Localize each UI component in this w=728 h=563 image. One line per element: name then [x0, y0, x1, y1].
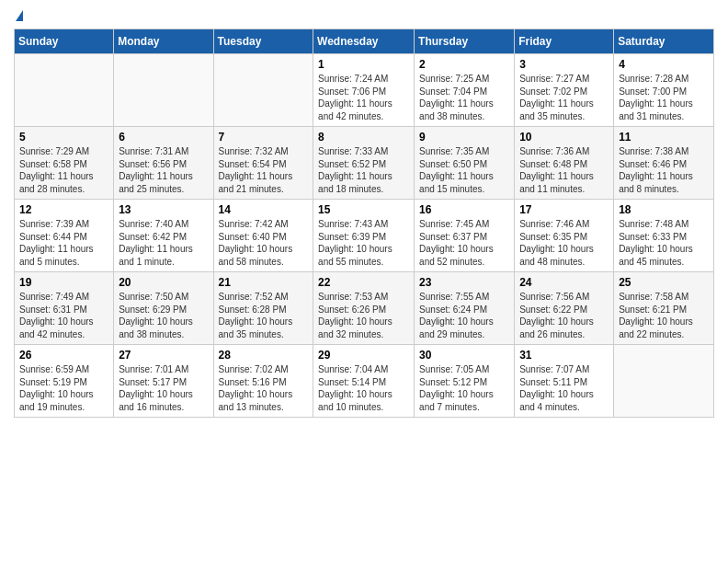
calendar-cell: 2Sunrise: 7:25 AM Sunset: 7:04 PM Daylig…: [415, 54, 515, 127]
day-info: Sunrise: 7:52 AM Sunset: 6:28 PM Dayligh…: [219, 291, 309, 340]
day-number: 2: [419, 58, 509, 71]
day-info: Sunrise: 7:56 AM Sunset: 6:22 PM Dayligh…: [519, 291, 609, 340]
calendar-table: SundayMondayTuesdayWednesdayThursdayFrid…: [14, 29, 714, 418]
calendar-cell: 27Sunrise: 7:01 AM Sunset: 5:17 PM Dayli…: [114, 345, 213, 418]
calendar-cell: 4Sunrise: 7:28 AM Sunset: 7:00 PM Daylig…: [614, 54, 714, 127]
day-info: Sunrise: 7:35 AM Sunset: 6:50 PM Dayligh…: [419, 145, 509, 195]
day-number: 30: [419, 349, 509, 362]
day-number: 13: [119, 203, 208, 216]
day-info: Sunrise: 7:33 AM Sunset: 6:52 PM Dayligh…: [318, 145, 409, 195]
day-info: Sunrise: 7:40 AM Sunset: 6:42 PM Dayligh…: [119, 218, 208, 268]
day-number: 23: [419, 276, 509, 289]
day-number: 20: [119, 276, 208, 289]
day-info: Sunrise: 7:42 AM Sunset: 6:40 PM Dayligh…: [219, 218, 309, 268]
calendar-cell: 30Sunrise: 7:05 AM Sunset: 5:12 PM Dayli…: [415, 345, 515, 418]
day-number: 22: [318, 276, 409, 289]
day-number: 4: [619, 58, 709, 71]
day-info: Sunrise: 7:48 AM Sunset: 6:33 PM Dayligh…: [619, 218, 709, 268]
calendar-cell: 8Sunrise: 7:33 AM Sunset: 6:52 PM Daylig…: [313, 127, 415, 200]
day-number: 21: [219, 276, 309, 289]
calendar-cell: 25Sunrise: 7:58 AM Sunset: 6:21 PM Dayli…: [614, 272, 714, 345]
calendar-week-4: 19Sunrise: 7:49 AM Sunset: 6:31 PM Dayli…: [15, 272, 714, 345]
day-info: Sunrise: 7:01 AM Sunset: 5:17 PM Dayligh…: [119, 363, 208, 413]
day-number: 14: [219, 203, 309, 216]
calendar-cell: 16Sunrise: 7:45 AM Sunset: 6:37 PM Dayli…: [415, 200, 515, 272]
calendar-cell: [114, 54, 213, 127]
calendar-cell: 6Sunrise: 7:31 AM Sunset: 6:56 PM Daylig…: [114, 127, 213, 200]
day-number: 25: [619, 276, 709, 289]
calendar-cell: 1Sunrise: 7:24 AM Sunset: 7:06 PM Daylig…: [313, 54, 415, 127]
calendar-cell: 31Sunrise: 7:07 AM Sunset: 5:11 PM Dayli…: [515, 345, 614, 418]
calendar-cell: 19Sunrise: 7:49 AM Sunset: 6:31 PM Dayli…: [15, 272, 114, 345]
day-number: 12: [19, 203, 108, 216]
calendar-cell: 7Sunrise: 7:32 AM Sunset: 6:54 PM Daylig…: [213, 127, 313, 200]
calendar-week-1: 1Sunrise: 7:24 AM Sunset: 7:06 PM Daylig…: [15, 54, 714, 127]
calendar-week-5: 26Sunrise: 6:59 AM Sunset: 5:19 PM Dayli…: [15, 345, 714, 418]
logo: [14, 14, 23, 21]
calendar-cell: 26Sunrise: 6:59 AM Sunset: 5:19 PM Dayli…: [15, 345, 114, 418]
weekday-header-row: SundayMondayTuesdayWednesdayThursdayFrid…: [15, 29, 714, 54]
calendar-cell: [614, 345, 714, 418]
day-info: Sunrise: 7:32 AM Sunset: 6:54 PM Dayligh…: [219, 145, 309, 195]
day-info: Sunrise: 7:31 AM Sunset: 6:56 PM Dayligh…: [119, 145, 208, 195]
day-number: 24: [519, 276, 609, 289]
day-info: Sunrise: 7:04 AM Sunset: 5:14 PM Dayligh…: [318, 363, 409, 413]
day-info: Sunrise: 7:38 AM Sunset: 6:46 PM Dayligh…: [619, 145, 709, 195]
day-info: Sunrise: 7:07 AM Sunset: 5:11 PM Dayligh…: [519, 363, 609, 413]
day-number: 8: [318, 131, 409, 144]
calendar-cell: 21Sunrise: 7:52 AM Sunset: 6:28 PM Dayli…: [213, 272, 313, 345]
calendar-cell: 15Sunrise: 7:43 AM Sunset: 6:39 PM Dayli…: [313, 200, 415, 272]
page-header: [14, 14, 714, 21]
day-info: Sunrise: 7:50 AM Sunset: 6:29 PM Dayligh…: [119, 291, 208, 340]
day-info: Sunrise: 7:49 AM Sunset: 6:31 PM Dayligh…: [19, 291, 108, 340]
day-info: Sunrise: 7:24 AM Sunset: 7:06 PM Dayligh…: [318, 73, 409, 122]
weekday-header-friday: Friday: [515, 29, 614, 54]
calendar-cell: 11Sunrise: 7:38 AM Sunset: 6:46 PM Dayli…: [614, 127, 714, 200]
day-info: Sunrise: 7:55 AM Sunset: 6:24 PM Dayligh…: [419, 291, 509, 340]
calendar-cell: 28Sunrise: 7:02 AM Sunset: 5:16 PM Dayli…: [213, 345, 313, 418]
day-number: 17: [519, 203, 609, 216]
calendar-week-3: 12Sunrise: 7:39 AM Sunset: 6:44 PM Dayli…: [15, 200, 714, 272]
day-number: 6: [119, 131, 208, 144]
calendar-week-2: 5Sunrise: 7:29 AM Sunset: 6:58 PM Daylig…: [15, 127, 714, 200]
calendar-cell: 18Sunrise: 7:48 AM Sunset: 6:33 PM Dayli…: [614, 200, 714, 272]
day-info: Sunrise: 7:28 AM Sunset: 7:00 PM Dayligh…: [619, 73, 709, 122]
day-number: 10: [519, 131, 609, 144]
day-info: Sunrise: 7:27 AM Sunset: 7:02 PM Dayligh…: [519, 73, 609, 122]
day-number: 11: [619, 131, 709, 144]
day-number: 9: [419, 131, 509, 144]
weekday-header-saturday: Saturday: [614, 29, 714, 54]
calendar-cell: 24Sunrise: 7:56 AM Sunset: 6:22 PM Dayli…: [515, 272, 614, 345]
calendar-cell: 17Sunrise: 7:46 AM Sunset: 6:35 PM Dayli…: [515, 200, 614, 272]
day-number: 7: [219, 131, 309, 144]
day-info: Sunrise: 7:25 AM Sunset: 7:04 PM Dayligh…: [419, 73, 509, 122]
calendar-cell: [213, 54, 313, 127]
weekday-header-tuesday: Tuesday: [213, 29, 313, 54]
day-number: 31: [519, 349, 609, 362]
day-number: 27: [119, 349, 208, 362]
day-info: Sunrise: 7:58 AM Sunset: 6:21 PM Dayligh…: [619, 291, 709, 340]
day-number: 16: [419, 203, 509, 216]
day-info: Sunrise: 7:02 AM Sunset: 5:16 PM Dayligh…: [219, 363, 309, 413]
calendar-cell: 14Sunrise: 7:42 AM Sunset: 6:40 PM Dayli…: [213, 200, 313, 272]
day-number: 3: [519, 58, 609, 71]
calendar-cell: 22Sunrise: 7:53 AM Sunset: 6:26 PM Dayli…: [313, 272, 415, 345]
day-info: Sunrise: 7:05 AM Sunset: 5:12 PM Dayligh…: [419, 363, 509, 413]
day-info: Sunrise: 6:59 AM Sunset: 5:19 PM Dayligh…: [19, 363, 108, 413]
calendar-cell: 5Sunrise: 7:29 AM Sunset: 6:58 PM Daylig…: [15, 127, 114, 200]
calendar-cell: 20Sunrise: 7:50 AM Sunset: 6:29 PM Dayli…: [114, 272, 213, 345]
day-number: 26: [19, 349, 108, 362]
calendar-cell: 9Sunrise: 7:35 AM Sunset: 6:50 PM Daylig…: [415, 127, 515, 200]
calendar-cell: 29Sunrise: 7:04 AM Sunset: 5:14 PM Dayli…: [313, 345, 415, 418]
day-number: 1: [318, 58, 409, 71]
day-info: Sunrise: 7:45 AM Sunset: 6:37 PM Dayligh…: [419, 218, 509, 268]
day-number: 15: [318, 203, 409, 216]
weekday-header-thursday: Thursday: [415, 29, 515, 54]
day-info: Sunrise: 7:43 AM Sunset: 6:39 PM Dayligh…: [318, 218, 409, 268]
weekday-header-monday: Monday: [114, 29, 213, 54]
logo-triangle-icon: [16, 10, 23, 21]
day-number: 18: [619, 203, 709, 216]
calendar-cell: 23Sunrise: 7:55 AM Sunset: 6:24 PM Dayli…: [415, 272, 515, 345]
day-info: Sunrise: 7:29 AM Sunset: 6:58 PM Dayligh…: [19, 145, 108, 195]
calendar-cell: 10Sunrise: 7:36 AM Sunset: 6:48 PM Dayli…: [515, 127, 614, 200]
